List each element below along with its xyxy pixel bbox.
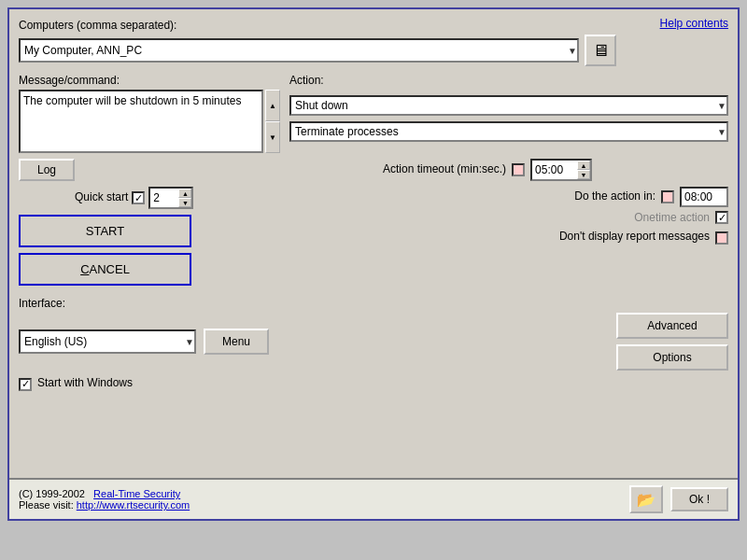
scroll-down-btn[interactable]: ▼ (265, 121, 280, 153)
timeout-up-btn[interactable]: ▲ (577, 161, 590, 170)
start-button[interactable]: START (19, 215, 191, 247)
cancel-label: CANCEL (80, 262, 130, 276)
footer-link2[interactable]: http://www.rtsecurity.com (77, 499, 190, 511)
action-label: Action: (289, 74, 728, 87)
help-link[interactable]: Help contents (660, 17, 728, 30)
start-label: START (86, 224, 124, 238)
action-timeout-label: Action timeout (min:sec.) (383, 162, 506, 175)
action-combo[interactable]: Shut down Restart Log off Hibernate (289, 95, 728, 116)
message-scrollbtns: ▲ ▼ (265, 90, 280, 153)
footer-buttons: 📂 Ok ! (629, 485, 728, 513)
message-label: Message/command: (19, 74, 280, 87)
quickstart-down-btn[interactable]: ▼ (178, 198, 191, 207)
startwith-label: Start with Windows (37, 376, 133, 389)
footer-link[interactable]: Real-Time Security (93, 488, 180, 499)
timeout-checkbox[interactable] (512, 163, 525, 176)
cancel-button[interactable]: CANCEL (19, 253, 191, 286)
computers-label: Computers (comma separated): (19, 19, 728, 32)
timeout-spinner: ▲ ▼ (530, 159, 592, 181)
network-icon-button[interactable]: 🖥 (585, 35, 616, 66)
options-button[interactable]: Options (616, 344, 728, 371)
computers-combo[interactable]: My Computer, ANN_PC (19, 38, 579, 63)
log-button[interactable]: Log (19, 159, 75, 181)
quickstart-up-btn[interactable]: ▲ (178, 189, 191, 198)
doit-checkbox[interactable] (661, 190, 674, 203)
footer: (C) 1999-2002 Real-Time Security Please … (9, 478, 738, 519)
folder-icon: 📂 (637, 491, 655, 509)
advanced-label: Advanced (647, 319, 697, 332)
nodisplay-checkbox[interactable] (715, 231, 728, 245)
options-label: Options (653, 351, 691, 364)
timeout-input[interactable] (532, 161, 577, 178)
footer-icon-button[interactable]: 📂 (629, 485, 663, 513)
doit-spinner (680, 187, 728, 207)
quickstart-checkbox[interactable] (132, 191, 145, 204)
message-input[interactable] (19, 90, 263, 153)
quickstart-input[interactable] (150, 190, 178, 205)
interface-label: Interface: (19, 297, 728, 310)
scroll-up-btn[interactable]: ▲ (265, 90, 280, 121)
footer-text2: Please visit: (19, 499, 77, 511)
onetime-checkbox[interactable] (715, 211, 728, 224)
timeout-down-btn[interactable]: ▼ (577, 170, 590, 179)
advanced-button[interactable]: Advanced (616, 313, 728, 339)
menu-button[interactable]: Menu (204, 329, 269, 355)
ok-button[interactable]: Ok ! (670, 487, 728, 511)
footer-copyright: (C) 1999-2002 Real-Time Security Please … (19, 488, 190, 511)
interface-combo[interactable]: English (US) Other (19, 329, 196, 354)
doit-input[interactable] (682, 189, 726, 205)
quickstart-spinner: ▲ ▼ (148, 187, 193, 209)
onetime-label: Onetime action (634, 211, 710, 224)
doit-label: Do the action in: (574, 189, 655, 203)
quickstart-label: Quick start (75, 190, 128, 203)
startwith-checkbox[interactable] (19, 378, 32, 391)
terminate-combo[interactable]: Terminate processes Don't terminate proc… (289, 121, 728, 142)
menu-label: Menu (222, 335, 250, 348)
nodisplay-label: Don't display report messages (559, 230, 710, 243)
network-icon: 🖥 (592, 41, 609, 61)
